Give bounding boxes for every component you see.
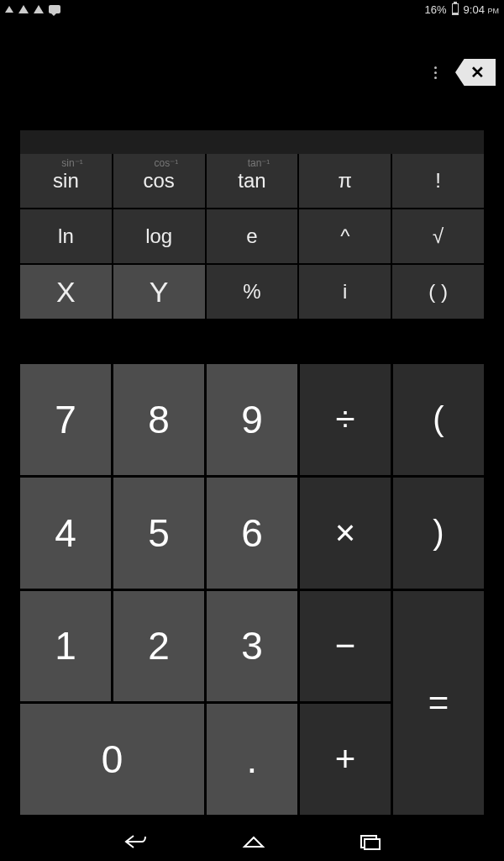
nav-back-icon[interactable] bbox=[123, 833, 149, 853]
fn-y-var[interactable]: Y bbox=[113, 265, 205, 319]
fn-pi[interactable]: π bbox=[299, 154, 391, 208]
top-actions: ✕ bbox=[431, 59, 496, 86]
fn-x-var[interactable]: X bbox=[20, 265, 112, 319]
notif-icon bbox=[5, 6, 13, 13]
sms-icon bbox=[49, 5, 60, 13]
fn-e[interactable]: e bbox=[207, 209, 298, 263]
fn-factorial[interactable]: ! bbox=[392, 154, 484, 208]
main-keypad: 7 8 9 ÷ ( 4 5 6 × ) 1 2 3 − = 0 . + bbox=[20, 364, 484, 815]
fn-ln[interactable]: ln bbox=[20, 209, 112, 263]
backspace-button[interactable]: ✕ bbox=[455, 59, 496, 86]
clock: 9:04 PM bbox=[464, 3, 499, 16]
svg-rect-1 bbox=[365, 839, 380, 849]
fn-sin[interactable]: sin⁻¹ sin bbox=[20, 154, 112, 208]
key-subtract[interactable]: − bbox=[300, 591, 391, 702]
key-right-paren[interactable]: ) bbox=[393, 478, 484, 589]
fn-cos[interactable]: cos⁻¹ cos bbox=[113, 154, 205, 208]
key-decimal[interactable]: . bbox=[207, 704, 297, 815]
warning-icon bbox=[34, 5, 44, 13]
status-left-icons bbox=[5, 5, 60, 13]
close-icon: ✕ bbox=[470, 62, 485, 82]
android-nav-bar bbox=[0, 826, 504, 861]
key-3[interactable]: 3 bbox=[207, 591, 297, 702]
key-6[interactable]: 6 bbox=[207, 478, 297, 589]
fn-log[interactable]: log bbox=[113, 209, 205, 263]
fn-tan[interactable]: tan⁻¹ tan bbox=[207, 154, 298, 208]
key-8[interactable]: 8 bbox=[113, 364, 204, 475]
key-0[interactable]: 0 bbox=[20, 704, 204, 815]
status-bar: 16% 9:04 PM bbox=[0, 0, 504, 18]
fn-percent[interactable]: % bbox=[207, 265, 298, 319]
key-equals[interactable]: = bbox=[393, 591, 484, 816]
nav-home-icon[interactable] bbox=[241, 833, 266, 853]
key-4[interactable]: 4 bbox=[20, 478, 111, 589]
key-5[interactable]: 5 bbox=[113, 478, 204, 589]
fn-imaginary[interactable]: i bbox=[299, 265, 391, 319]
fn-sqrt[interactable]: √ bbox=[392, 209, 484, 263]
key-1[interactable]: 1 bbox=[20, 591, 111, 702]
status-right: 16% 9:04 PM bbox=[425, 3, 499, 16]
key-add[interactable]: + bbox=[300, 704, 391, 815]
battery-icon bbox=[452, 3, 459, 15]
function-grid: sin⁻¹ sin cos⁻¹ cos tan⁻¹ tan π ! ln log… bbox=[20, 154, 484, 319]
warning-icon bbox=[18, 5, 29, 13]
nav-recent-icon[interactable] bbox=[359, 833, 381, 853]
overflow-menu-icon[interactable] bbox=[431, 63, 440, 82]
key-multiply[interactable]: × bbox=[300, 478, 391, 589]
key-divide[interactable]: ÷ bbox=[300, 364, 391, 475]
battery-percent: 16% bbox=[425, 3, 447, 16]
fn-power[interactable]: ^ bbox=[299, 209, 391, 263]
fn-parentheses[interactable]: ( ) bbox=[392, 265, 484, 319]
key-2[interactable]: 2 bbox=[113, 591, 204, 702]
calc-display bbox=[20, 130, 484, 154]
key-7[interactable]: 7 bbox=[20, 364, 111, 475]
key-left-paren[interactable]: ( bbox=[393, 364, 484, 475]
key-9[interactable]: 9 bbox=[207, 364, 297, 475]
